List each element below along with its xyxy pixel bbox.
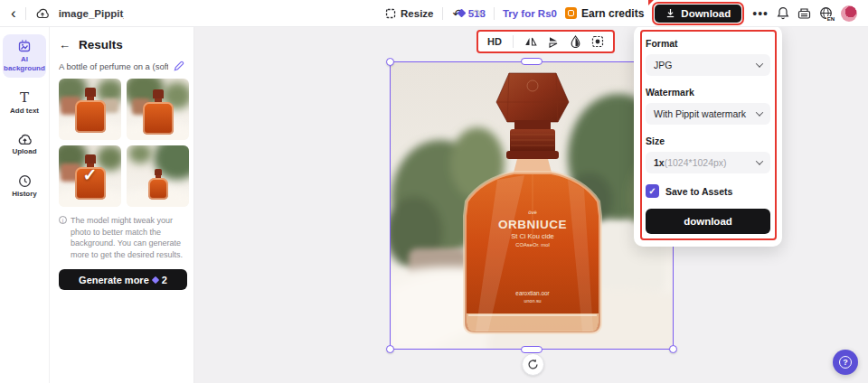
history-clock-icon <box>18 174 32 188</box>
perfume-image[interactable]: övē ORBNIUCE St Ci Kou cide COAseOr. mol… <box>391 62 673 349</box>
sidebar-item-ai-background[interactable]: AI background <box>3 34 46 78</box>
info-icon: i <box>59 216 67 224</box>
notifications-bell-icon[interactable] <box>777 6 789 20</box>
text-icon: T <box>20 91 29 105</box>
watermark-label: Watermark <box>646 87 770 98</box>
upload-cloud-icon <box>17 134 33 145</box>
selection-handle-bottom-left[interactable] <box>386 345 394 353</box>
desktop-app-icon[interactable] <box>797 7 811 20</box>
selection-handle-bottom-middle[interactable] <box>521 346 542 353</box>
divider <box>25 7 26 20</box>
save-to-assets-checkbox[interactable]: ✓ Save to Assets <box>646 184 770 198</box>
results-title: Results <box>79 38 123 51</box>
prompt-text: A bottle of perfume on a (soft, ... <box>59 61 168 71</box>
bottle-label-foot1: earoxtian.oor <box>515 290 550 296</box>
opacity-droplet-icon[interactable] <box>571 35 580 48</box>
download-panel: Format JPG Watermark With Pippit waterma… <box>634 25 782 247</box>
chevron-down-icon <box>756 60 763 67</box>
edit-prompt-icon[interactable] <box>174 61 184 71</box>
results-back-button[interactable]: ← <box>59 38 71 51</box>
divider <box>513 35 514 48</box>
results-panel: ← Results A bottle of perfume on a (soft… <box>50 27 194 383</box>
remove-background-icon[interactable] <box>591 35 604 48</box>
back-button[interactable]: ‹ <box>11 5 16 21</box>
rotate-button[interactable] <box>522 353 544 376</box>
help-button[interactable]: ? <box>833 350 858 375</box>
question-mark-icon: ? <box>839 356 852 369</box>
sidebar-item-add-text[interactable]: T Add text <box>3 87 46 120</box>
language-globe-icon[interactable]: EN <box>819 6 833 20</box>
bottle-label-name: ORBNIUCE <box>498 218 567 231</box>
format-select[interactable]: JPG <box>646 54 770 76</box>
download-button[interactable]: Download <box>655 5 741 23</box>
user-avatar[interactable] <box>841 5 857 22</box>
size-label: Size <box>646 135 770 146</box>
language-code: EN <box>826 16 835 22</box>
earn-credits-button[interactable]: Earn credits <box>565 7 644 20</box>
divider <box>494 7 495 20</box>
rotate-icon <box>527 359 539 370</box>
result-thumbnails: ✓ <box>59 79 186 207</box>
generate-more-button[interactable]: Generate more 2 <box>59 269 187 290</box>
try-for-free-link[interactable]: Try for Rs0 <box>503 8 557 19</box>
bottle-label-sub1: St Ci Kou cide <box>511 232 554 240</box>
flip-vertical-icon[interactable] <box>548 36 560 48</box>
bottle-label-small: övē <box>528 210 537 215</box>
download-icon <box>665 8 675 18</box>
chevron-down-icon <box>756 157 763 164</box>
model-note-text: The model might tweak your photo to bett… <box>71 215 184 260</box>
size-select[interactable]: 1x(1024*1024px) <box>646 152 770 173</box>
result-thumbnail-2[interactable] <box>127 79 189 140</box>
hd-quality-button[interactable]: HD <box>487 36 502 47</box>
top-bar: ‹ image_Pippit_20 Resize ↶ ↷ 518 Try for… <box>0 0 868 27</box>
divider <box>442 7 443 20</box>
redo-button[interactable]: ↷ <box>472 7 483 20</box>
more-menu-button[interactable]: ••• <box>752 6 769 21</box>
selection-handle-top-middle[interactable] <box>521 58 542 65</box>
document-title[interactable]: image_Pippit_20 <box>59 8 124 19</box>
selection-handle-bottom-right[interactable] <box>669 345 677 353</box>
bottle-label-foot2: unon.su <box>524 298 541 304</box>
chevron-down-icon <box>756 108 763 116</box>
download-confirm-button[interactable]: download <box>646 209 770 234</box>
canvas-selection-box[interactable]: övē ORBNIUCE St Ci Kou cide COAseOr. mol… <box>390 61 674 350</box>
resize-icon <box>385 8 396 19</box>
watermark-select[interactable]: With Pippit watermark <box>646 103 770 125</box>
ai-background-icon <box>17 39 32 53</box>
download-annotation-box: Download <box>652 2 744 25</box>
bottle-label-sub2: COAseOr. mol <box>515 242 549 248</box>
annotation-arrow <box>648 0 654 5</box>
result-thumbnail-4[interactable] <box>127 145 189 207</box>
format-label: Format <box>646 38 770 49</box>
pippit-editor: ‹ image_Pippit_20 Resize ↶ ↷ 518 Try for… <box>0 0 868 383</box>
tool-sidebar: AI background T Add text Upload History <box>0 27 50 383</box>
result-thumbnail-3-selected[interactable]: ✓ <box>59 145 121 207</box>
sparkle-icon <box>152 276 159 284</box>
selected-check-icon: ✓ <box>83 164 98 185</box>
sidebar-item-upload[interactable]: Upload <box>3 129 46 161</box>
cloud-save-icon <box>35 8 50 19</box>
checkbox-checked-icon: ✓ <box>646 184 659 198</box>
resize-button[interactable]: Resize <box>385 8 433 19</box>
result-thumbnail-1[interactable] <box>59 79 121 140</box>
canvas-toolbar-annotation: HD <box>476 30 615 53</box>
sidebar-item-history[interactable]: History <box>3 170 46 203</box>
flip-horizontal-icon[interactable] <box>524 36 537 47</box>
selection-handle-top-left[interactable] <box>386 58 394 66</box>
earn-credits-icon <box>565 7 577 19</box>
